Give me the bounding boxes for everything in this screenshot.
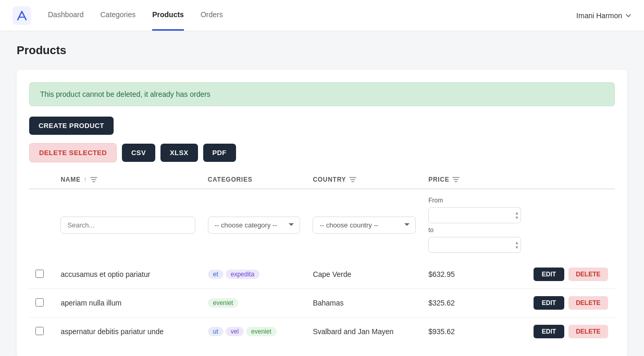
- product-price: $935.62: [428, 327, 455, 336]
- price-to-input[interactable]: [428, 237, 521, 253]
- pdf-button[interactable]: PDF: [203, 144, 236, 162]
- filter-search-cell: [54, 189, 201, 260]
- row-name-cell: aspernatur debitis pariatur unde: [54, 317, 201, 346]
- price-header[interactable]: PRICE: [422, 171, 527, 189]
- row-country-cell: Svalbard and Jan Mayen: [306, 317, 422, 346]
- table-row: accusamus et optio pariatur etexpedita C…: [29, 260, 615, 289]
- alert-banner: This product cannot be deleted, it alrea…: [29, 82, 615, 106]
- nav-link-products[interactable]: Products: [152, 0, 184, 31]
- delete-selected-button[interactable]: DELETE SELECTED: [29, 143, 117, 162]
- edit-button-0[interactable]: EDIT: [534, 268, 564, 281]
- table-row: aperiam nulla illum eveniet Bahamas $325…: [29, 289, 615, 317]
- sort-icon: ↑: [84, 176, 88, 183]
- delete-button-0[interactable]: DELETE: [568, 268, 608, 281]
- nav-links: Dashboard Categories Products Orders: [48, 0, 576, 31]
- filter-checkbox-cell: [29, 189, 54, 260]
- filter-category-cell: -- choose category --: [202, 189, 307, 260]
- actions-header: [527, 171, 615, 189]
- xlsx-button[interactable]: XLSX: [160, 144, 198, 162]
- row-checkbox-cell: [29, 260, 54, 289]
- export-toolbar: DELETE SELECTED CSV XLSX PDF: [29, 143, 615, 162]
- row-actions-cell: EDIT DELETE: [527, 317, 615, 346]
- row-name-cell: accusamus et optio pariatur: [54, 260, 201, 289]
- chevron-down-icon: [625, 12, 631, 19]
- filter-row: -- choose category -- -- choose country …: [29, 189, 615, 260]
- category-tag: ut: [208, 327, 224, 336]
- row-price-cell: $935.62: [422, 317, 527, 346]
- search-input[interactable]: [60, 217, 195, 234]
- content-card: This product cannot be deleted, it alrea…: [17, 70, 627, 356]
- category-tag: vel: [226, 327, 244, 336]
- categories-header: CATEGORIES: [202, 171, 307, 189]
- edit-button-2[interactable]: EDIT: [534, 325, 564, 338]
- name-header[interactable]: NAME ↑: [54, 171, 201, 189]
- row-checkbox-0[interactable]: [35, 270, 44, 278]
- product-name: aperiam nulla illum: [60, 299, 121, 307]
- price-filter: From ▲ ▼ to: [428, 197, 521, 253]
- filter-icon: [90, 176, 97, 183]
- category-tag: eveniet: [208, 298, 239, 308]
- row-checkbox-1[interactable]: [35, 298, 44, 307]
- page-title: Products: [17, 44, 627, 57]
- category-tag: expedita: [226, 270, 259, 279]
- svg-rect-0: [13, 6, 31, 25]
- product-price: $632.95: [428, 270, 455, 278]
- price-filter-icon: [452, 176, 460, 183]
- delete-button-2[interactable]: DELETE: [568, 325, 608, 338]
- filter-country-cell: -- choose country --: [306, 189, 422, 260]
- product-country: Bahamas: [313, 299, 343, 307]
- row-price-cell: $632.95: [422, 260, 527, 289]
- product-country: Cape Verde: [313, 270, 351, 278]
- csv-button[interactable]: CSV: [122, 144, 155, 162]
- row-country-cell: Cape Verde: [306, 260, 422, 289]
- price-from-down[interactable]: ▼: [515, 215, 519, 220]
- price-from-label: From: [428, 197, 521, 204]
- row-price-cell: $325.62: [422, 289, 527, 317]
- price-to-wrap: ▲ ▼: [428, 237, 521, 253]
- table-header-row: NAME ↑ CATEGORIES COUNTRY: [29, 171, 615, 189]
- price-from-spinner: ▲ ▼: [515, 211, 519, 220]
- row-action-buttons: EDIT DELETE: [534, 296, 609, 310]
- filter-actions-cell: [527, 189, 615, 260]
- row-action-buttons: EDIT DELETE: [534, 268, 609, 281]
- product-price: $325.62: [428, 299, 455, 307]
- country-header[interactable]: COUNTRY: [306, 171, 422, 189]
- row-categories-cell: eveniet: [202, 289, 307, 317]
- price-from-up[interactable]: ▲: [515, 211, 519, 215]
- navbar: Dashboard Categories Products Orders Ima…: [0, 0, 644, 31]
- checkbox-header: [29, 171, 54, 189]
- price-to-down[interactable]: ▼: [515, 245, 519, 249]
- price-from-input[interactable]: [428, 207, 521, 223]
- row-checkbox-2[interactable]: [35, 327, 44, 335]
- product-name: aspernatur debitis pariatur unde: [60, 327, 164, 336]
- row-checkbox-cell: [29, 317, 54, 346]
- delete-button-1[interactable]: DELETE: [568, 296, 608, 310]
- category-filter-select[interactable]: -- choose category --: [208, 217, 301, 234]
- edit-button-1[interactable]: EDIT: [534, 296, 564, 310]
- country-filter-select[interactable]: -- choose country --: [313, 217, 416, 234]
- price-to-label: to: [428, 226, 521, 234]
- filter-price-cell: From ▲ ▼ to: [422, 189, 527, 260]
- table-row: aspernatur debitis pariatur unde utvelev…: [29, 317, 615, 346]
- alert-message: This product cannot be deleted, it alrea…: [40, 90, 210, 98]
- product-name: accusamus et optio pariatur: [60, 270, 150, 278]
- category-tag: eveniet: [246, 327, 277, 336]
- user-name: Imani Harmon: [576, 11, 622, 20]
- row-actions-cell: EDIT DELETE: [527, 289, 615, 317]
- row-action-buttons: EDIT DELETE: [534, 325, 609, 338]
- user-menu[interactable]: Imani Harmon: [576, 11, 631, 20]
- price-to-up[interactable]: ▲: [515, 240, 519, 245]
- create-toolbar: CREATE PRODUCT: [29, 117, 615, 135]
- products-table: NAME ↑ CATEGORIES COUNTRY: [29, 171, 615, 346]
- product-country: Svalbard and Jan Mayen: [313, 327, 393, 336]
- price-from-wrap: ▲ ▼: [428, 207, 521, 223]
- nav-link-orders[interactable]: Orders: [201, 0, 223, 31]
- nav-link-dashboard[interactable]: Dashboard: [48, 0, 84, 31]
- nav-link-categories[interactable]: Categories: [101, 0, 136, 31]
- price-to-spinner: ▲ ▼: [515, 240, 519, 249]
- create-product-button[interactable]: CREATE PRODUCT: [29, 117, 114, 135]
- category-tag: et: [208, 270, 224, 279]
- page-container: Products This product cannot be deleted,…: [0, 31, 644, 356]
- country-filter-icon: [349, 176, 356, 183]
- row-checkbox-cell: [29, 289, 54, 317]
